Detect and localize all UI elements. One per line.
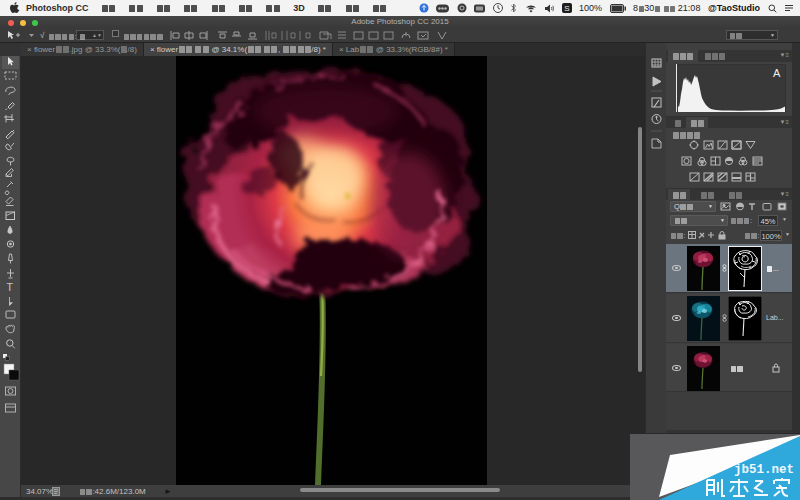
- svg-text:S: S: [564, 4, 569, 13]
- svg-text:T: T: [7, 281, 14, 293]
- svg-text:jb51.net: jb51.net: [734, 463, 794, 477]
- svg-text:A: A: [773, 67, 781, 79]
